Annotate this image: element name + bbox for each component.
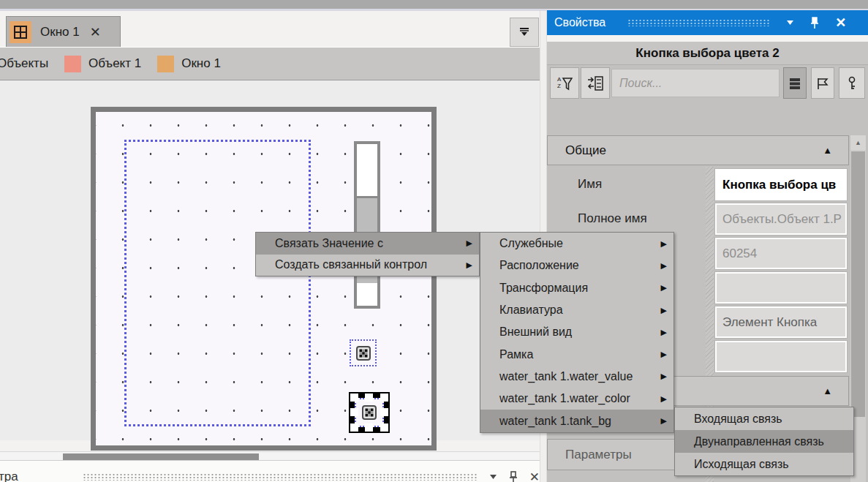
- resize-handle[interactable]: [350, 393, 358, 402]
- collapse-icon[interactable]: ▲: [823, 385, 832, 396]
- breadcrumb-item-window1[interactable]: Окно 1: [181, 56, 221, 71]
- menu-item-transformation[interactable]: Трансформация ▶: [480, 277, 673, 299]
- submenu-arrow-icon: ▶: [661, 283, 667, 293]
- menu-item-bidirectional-link[interactable]: Двунаправленная связь: [675, 430, 853, 453]
- panel-dropdown-icon[interactable]: [786, 20, 794, 26]
- menu-item-frame[interactable]: Рамка ▶: [480, 343, 673, 365]
- menu-item-incoming-link[interactable]: Входящая связь: [675, 407, 853, 430]
- top-toolbar-strip: [0, 0, 868, 9]
- scrollbar-thumb[interactable]: [63, 453, 259, 460]
- submenu-arrow-icon: ▶: [467, 238, 472, 248]
- bindings-icon: [586, 75, 604, 91]
- section-label: Параметры: [565, 448, 632, 462]
- drag-handle-dots[interactable]: [627, 19, 770, 26]
- submenu-arrow-icon: ▶: [661, 416, 667, 426]
- selection-marquee: [124, 140, 311, 426]
- submenu-arrow-icon: ▶: [661, 350, 667, 359]
- color-choice-button-2-body: [355, 398, 384, 427]
- properties-panel-header[interactable]: Свойства ✕: [547, 10, 868, 35]
- panel-title: Свойства: [554, 16, 605, 29]
- prop-field-fullname[interactable]: Объекты.Объект 1.Р: [715, 203, 847, 235]
- pin-icon[interactable]: [810, 17, 819, 29]
- tab-list-dropdown-button[interactable]: [510, 18, 539, 47]
- menu-item-tank-bg[interactable]: water_tank 1.tank_bg ▶: [480, 410, 673, 432]
- selected-element-title: Кнопка выбора цвета 2: [547, 42, 868, 65]
- menu-item-water-value[interactable]: water_tank 1.water_value ▶: [480, 366, 673, 388]
- section-label: Общие: [565, 143, 606, 158]
- breadcrumb: Объекты Объект 1 Окно 1: [0, 47, 540, 80]
- context-menu-level1: Связать Значение с ▶ Создать связанный к…: [255, 232, 480, 276]
- menu-item-create-bound-control[interactable]: Создать связанный контрол ▶: [256, 255, 479, 276]
- scroll-up-icon[interactable]: ▲: [850, 135, 866, 150]
- color-choice-button-2-selected[interactable]: [349, 392, 390, 433]
- resize-handle[interactable]: [365, 393, 373, 402]
- prop-field-name[interactable]: Кнопка выбора цв: [715, 169, 847, 200]
- pattern-icon: [362, 405, 377, 420]
- menu-item-water-color[interactable]: water_tank 1.water_color ▶: [480, 388, 673, 410]
- prop-field-element-type[interactable]: Элемент Кнопка: [715, 306, 847, 338]
- pattern-icon: [356, 346, 371, 361]
- submenu-arrow-icon: ▶: [661, 328, 667, 337]
- prop-field-4[interactable]: [715, 272, 847, 304]
- tab-label: Окно 1: [40, 25, 80, 39]
- window-grid-icon: [10, 21, 31, 43]
- prop-label-fullname: Полное имя: [578, 211, 647, 226]
- bindings-button[interactable]: [581, 67, 610, 99]
- key-icon: [846, 76, 858, 91]
- list-view-button[interactable]: [783, 67, 807, 99]
- resize-handle[interactable]: [350, 408, 358, 416]
- resize-handle[interactable]: [365, 423, 373, 432]
- submenu-arrow-icon: ▶: [661, 306, 667, 315]
- submenu-arrow-icon: ▶: [661, 372, 667, 381]
- tab-close-icon[interactable]: ✕: [90, 24, 101, 40]
- close-icon[interactable]: ✕: [835, 15, 846, 31]
- menu-item-appearance[interactable]: Внешний вид ▶: [480, 321, 673, 343]
- search-input[interactable]: [611, 69, 780, 97]
- section-general[interactable]: Общие ▲: [547, 135, 849, 165]
- flag-icon: [816, 77, 829, 90]
- window-color-swatch: [157, 56, 174, 72]
- svg-text:A: A: [557, 76, 562, 83]
- submenu-arrow-icon: ▶: [661, 239, 667, 249]
- prop-field-element-id[interactable]: 60254: [715, 238, 847, 269]
- submenu-arrow-icon: ▶: [661, 394, 667, 404]
- sort-filter-icon: A Z: [556, 75, 573, 91]
- list-view-icon: [788, 77, 801, 90]
- pin-icon[interactable]: [509, 471, 518, 482]
- submenu-arrow-icon: ▶: [661, 261, 667, 271]
- menu-item-service[interactable]: Служебные ▶: [480, 233, 673, 255]
- resize-handle[interactable]: [380, 408, 388, 416]
- scrollbar-thumb[interactable]: [851, 151, 865, 417]
- scroll-down-icon: [518, 27, 530, 37]
- resize-handle[interactable]: [380, 393, 388, 402]
- prop-label-name: Имя: [578, 177, 602, 192]
- water-tank-element[interactable]: [354, 141, 380, 309]
- submenu-arrow-icon: ▶: [467, 260, 472, 270]
- breadcrumb-item-object1[interactable]: Объект 1: [88, 56, 141, 71]
- svg-text:Z: Z: [557, 83, 561, 89]
- canvas-horizontal-scrollbar[interactable]: [0, 451, 540, 460]
- panel-dropdown-icon[interactable]: [489, 474, 497, 480]
- sort-filter-button[interactable]: A Z: [550, 67, 579, 99]
- menu-item-bind-value[interactable]: Связать Значение с ▶: [256, 233, 479, 255]
- menu-item-outgoing-link[interactable]: Исходящая связь: [675, 453, 853, 475]
- prop-field-6[interactable]: [715, 341, 847, 372]
- color-choice-button-1[interactable]: [350, 339, 377, 366]
- resize-handle[interactable]: [380, 423, 388, 432]
- key-filter-button[interactable]: [839, 67, 865, 99]
- context-menu-level3: Входящая связь Двунаправленная связь Исх…: [674, 407, 854, 476]
- flag-filter-button[interactable]: [811, 67, 834, 99]
- resize-handle[interactable]: [350, 423, 358, 432]
- context-menu-level2: Служебные ▶ Расположение ▶ Трансформация…: [480, 232, 674, 433]
- menu-item-keyboard[interactable]: Клавиатура ▶: [480, 299, 673, 321]
- menu-item-position[interactable]: Расположение ▶: [480, 255, 673, 276]
- app-window: Окно 1 ✕ Объекты Объект 1 Окно 1: [0, 0, 868, 482]
- bottom-panel-header: тра ✕: [0, 460, 540, 482]
- tab-window-1[interactable]: Окно 1 ✕: [6, 16, 121, 47]
- object-color-swatch: [64, 56, 81, 72]
- bottom-panel-title: тра: [0, 470, 18, 482]
- drag-handle-dots[interactable]: [83, 473, 478, 481]
- collapse-icon[interactable]: ▲: [823, 145, 832, 156]
- close-icon[interactable]: ✕: [529, 470, 540, 482]
- breadcrumb-item-objects[interactable]: Объекты: [0, 56, 48, 71]
